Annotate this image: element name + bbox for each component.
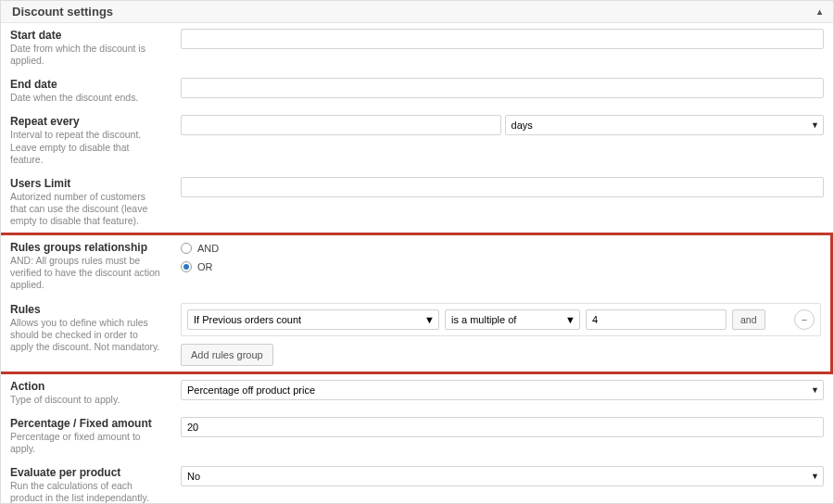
- start-date-input[interactable]: [181, 29, 824, 49]
- repeat-interval-input[interactable]: [181, 115, 501, 135]
- repeat-unit-value: days: [512, 120, 533, 131]
- label-users-limit: Users Limit: [10, 177, 162, 190]
- radio-or[interactable]: OR: [181, 261, 821, 272]
- chevron-down-icon: ▼: [811, 385, 819, 395]
- caret-up-icon: ▴: [817, 6, 822, 17]
- row-users-limit: Users Limit Autorized number of customer…: [1, 171, 833, 233]
- label-evaluate: Evaluate per product: [10, 466, 162, 479]
- evaluate-select[interactable]: No ▼: [181, 466, 824, 486]
- desc-amount: Percentage or fixed amount to apply.: [10, 431, 162, 455]
- desc-users-limit: Autorized number of customers that can u…: [10, 191, 162, 227]
- desc-start-date: Date from which the discount is applied.: [10, 43, 162, 67]
- label-rules: Rules: [10, 303, 162, 316]
- desc-action: Type of discount to apply.: [10, 394, 162, 406]
- label-amount: Percentage / Fixed amount: [10, 417, 162, 430]
- remove-rule-button[interactable]: −: [794, 309, 815, 330]
- add-rules-group-button[interactable]: Add rules group: [181, 344, 273, 366]
- action-value: Percentage off product price: [187, 384, 315, 396]
- desc-repeat: Interval to repeat the discount. Leave e…: [10, 129, 162, 165]
- rule-condition-select[interactable]: If Previous orders count ▼: [187, 309, 439, 330]
- label-repeat: Repeat every: [10, 115, 162, 128]
- desc-end-date: Date when the discount ends.: [10, 92, 162, 104]
- panel-title: Discount settings: [12, 5, 113, 19]
- end-date-input[interactable]: [181, 78, 824, 98]
- rule-operator-select[interactable]: is a multiple of ▼: [445, 309, 580, 330]
- amount-input[interactable]: [181, 417, 824, 437]
- radio-and[interactable]: AND: [181, 243, 821, 254]
- desc-rules: Allows you to define which rules should …: [10, 317, 162, 353]
- radio-icon: [181, 243, 192, 254]
- chevron-down-icon: ▼: [424, 314, 435, 325]
- panel-header[interactable]: Discount settings ▴: [1, 1, 833, 23]
- radio-icon-checked: [181, 261, 192, 272]
- radio-and-label: AND: [197, 243, 219, 254]
- row-action: Action Type of discount to apply. Percen…: [1, 374, 833, 411]
- row-evaluate: Evaluate per product Run the calculation…: [1, 460, 833, 503]
- label-end-date: End date: [10, 78, 162, 91]
- evaluate-value: No: [187, 471, 200, 482]
- label-action: Action: [10, 380, 162, 393]
- rule-logic-button[interactable]: and: [732, 309, 765, 330]
- row-relationship: Rules groups relationship AND: All group…: [1, 233, 833, 296]
- chevron-down-icon: ▼: [811, 120, 819, 130]
- rules-group: If Previous orders count ▼ is a multiple…: [181, 303, 821, 336]
- row-repeat: Repeat every Interval to repeat the disc…: [1, 109, 833, 170]
- rule-operator-value: is a multiple of: [451, 314, 516, 325]
- action-select[interactable]: Percentage off product price ▼: [181, 380, 824, 400]
- users-limit-input[interactable]: [181, 177, 824, 197]
- label-start-date: Start date: [10, 29, 162, 42]
- desc-evaluate: Run the calculations of each product in …: [10, 480, 162, 503]
- row-amount: Percentage / Fixed amount Percentage or …: [1, 411, 833, 460]
- label-relationship: Rules groups relationship: [10, 241, 162, 254]
- radio-or-label: OR: [197, 261, 213, 272]
- repeat-unit-select[interactable]: days ▼: [505, 115, 824, 135]
- desc-relationship: AND: All groups rules must be verified t…: [10, 255, 162, 291]
- chevron-down-icon: ▼: [565, 314, 575, 325]
- rule-condition-value: If Previous orders count: [194, 314, 301, 325]
- row-start-date: Start date Date from which the discount …: [1, 23, 833, 72]
- row-end-date: End date Date when the discount ends.: [1, 72, 833, 109]
- row-rules: Rules Allows you to define which rules s…: [1, 297, 833, 374]
- rule-value-input[interactable]: [586, 309, 727, 330]
- chevron-down-icon: ▼: [811, 472, 819, 481]
